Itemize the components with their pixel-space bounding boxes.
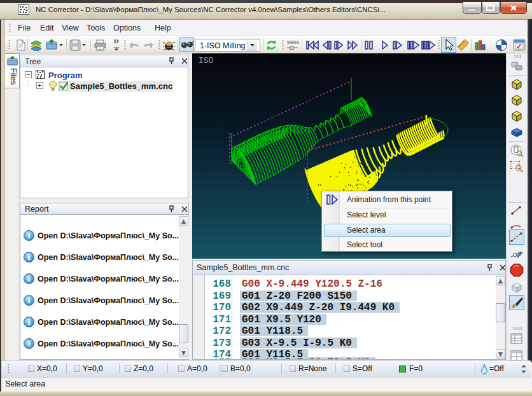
svg-text:ISO: ISO — [199, 56, 214, 65]
svg-text:0000: 0000 — [287, 39, 299, 45]
